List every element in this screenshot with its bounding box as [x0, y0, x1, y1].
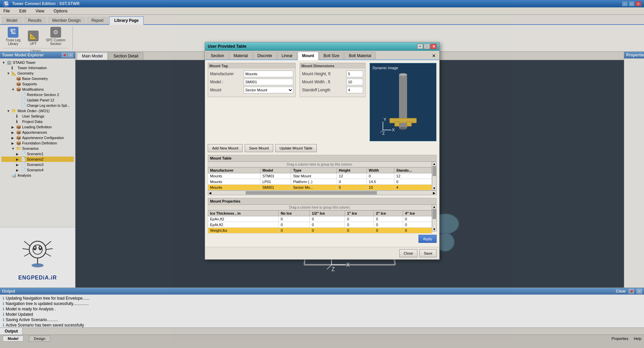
dimensions-title: Mount Dimensions: [300, 63, 365, 69]
tab-mount[interactable]: Mount: [298, 52, 318, 60]
cell-manufacturer: Mounts: [208, 179, 260, 185]
modal-minimize-button[interactable]: −: [417, 44, 423, 49]
cell-width: 0: [366, 173, 394, 179]
cell-two-ice: 0: [374, 228, 403, 233]
props-data-table: Ice Thickness , in No Ice 1/2" Ice 1" Ic…: [208, 210, 432, 233]
mount-tag-title: Mount Tag: [208, 63, 295, 69]
cell-height: 5: [337, 185, 366, 190]
tab-bolt-size[interactable]: Bolt Size: [319, 52, 344, 59]
top-row: Mount Tag Manufacturer Model : Mount: [208, 63, 437, 141]
mount-props-title: Mount Properties: [208, 198, 437, 205]
model-input[interactable]: [244, 79, 293, 85]
col-four-ice: 4" Ice: [403, 211, 432, 216]
hscroll-left-arrow[interactable]: ◀: [208, 191, 212, 195]
mount-type-select[interactable]: Sector Mount Star Mount Platform Mount: [244, 87, 293, 93]
modal-footer: Close Save: [205, 247, 439, 259]
cell-width: 14.5: [366, 179, 394, 185]
cell-four-ice: 0: [403, 222, 432, 228]
cell-no-ice: 0: [279, 216, 310, 222]
props-row-weight[interactable]: Weight,lbs 0 0 0 0 0: [208, 228, 432, 233]
mount-table-title: Mount Table: [208, 155, 437, 162]
cell-two-ice: 0: [374, 216, 403, 222]
tab-discrete[interactable]: Discrete: [253, 52, 277, 59]
svg-text:Y: Y: [384, 117, 386, 122]
modal-close-button[interactable]: ✕: [431, 44, 437, 49]
cell-one-ice: 0: [345, 222, 374, 228]
apply-button[interactable]: Apply: [418, 235, 437, 243]
props-row-epat[interactable]: EpAt,ft2 0 0 0 0 0: [208, 222, 432, 228]
cell-label: EpAn,ft2: [208, 216, 279, 222]
tab-material[interactable]: Material: [229, 52, 252, 59]
dynamic-image-title: Dynamic Image: [373, 66, 398, 70]
scroll-up-arrow[interactable]: ▲: [432, 162, 436, 166]
cell-half-ice: 0: [310, 228, 345, 233]
cell-model: LP01: [260, 179, 291, 185]
table-row[interactable]: Mounts STM01 Star Mount 12 0 12: [208, 173, 432, 179]
save-button[interactable]: Save: [419, 249, 437, 257]
scroll-thumb[interactable]: [433, 166, 437, 176]
props-row-epan[interactable]: EpAn,ft2 0 0 0 0 0: [208, 216, 432, 222]
update-mount-table-button[interactable]: Update Mount Table: [275, 144, 317, 152]
cell-half-ice: 0: [310, 222, 345, 228]
modal-title: User Provided Table: [208, 44, 246, 49]
cell-type: Platform (..): [291, 179, 337, 185]
mount-type-field: Mount Sector Mount Star Mount Platform M…: [210, 87, 293, 93]
close-button[interactable]: Close: [399, 249, 417, 257]
mount-3d-image: Y X Z: [376, 71, 430, 138]
props-scroll-down[interactable]: ▼: [432, 227, 436, 231]
mount-type-label: Mount: [210, 88, 244, 92]
tab-bolt-material[interactable]: Bolt Material: [344, 52, 376, 59]
mount-table-scrollbar[interactable]: ▲ ▼: [432, 162, 437, 190]
mount-props-wrapper: Drag a column here to group this column.…: [208, 205, 437, 233]
mount-table-hscrollbar[interactable]: ◀ ▶: [208, 190, 437, 195]
manufacturer-input[interactable]: [244, 71, 293, 77]
width-input[interactable]: [346, 79, 363, 85]
props-scrollbar[interactable]: ▲ ▼: [432, 205, 437, 231]
width-label: Mount Width , ft: [302, 80, 346, 84]
width-field: Mount Width , ft: [302, 79, 363, 85]
svg-rect-66: [395, 122, 399, 126]
col-half-ice: 1/2" Ice: [310, 211, 345, 216]
height-label: Mount Height, ft: [302, 72, 346, 76]
tab-linear[interactable]: Linear: [277, 52, 297, 59]
props-scroll-up[interactable]: ▲: [432, 205, 436, 209]
apply-row: Apply: [208, 233, 437, 244]
modal-restore-button[interactable]: □: [424, 44, 430, 49]
height-input[interactable]: [346, 71, 363, 77]
standoff-label: Standoff Length: [302, 88, 346, 92]
props-scroll-thumb[interactable]: [433, 209, 437, 219]
svg-point-63: [399, 73, 407, 76]
modal-tab-close-button[interactable]: ✕: [430, 52, 438, 59]
model-field: Model :: [210, 79, 293, 85]
mount-table-section: Mount Table Drag a column here to group …: [208, 155, 437, 195]
hscroll-thumb[interactable]: [246, 191, 377, 194]
standoff-input[interactable]: [346, 87, 363, 93]
tab-section[interactable]: Section: [206, 52, 229, 59]
scroll-down-arrow[interactable]: ▼: [432, 186, 436, 190]
cell-no-ice: 0: [279, 222, 310, 228]
mount-tag-section: Mount Tag Manufacturer Model : Mount: [208, 63, 296, 97]
cell-height: 12: [337, 173, 366, 179]
modal-content: Mount Tag Manufacturer Model : Mount: [205, 60, 439, 247]
svg-text:X: X: [392, 128, 395, 132]
hscroll-track: [213, 191, 432, 194]
save-mount-button[interactable]: Save Mount: [245, 144, 273, 152]
mount-dimensions: Mount Dimensions Mount Height, ft Mount …: [300, 63, 365, 97]
modal-overlay: User Provided Table − □ ✕ Section Materi…: [0, 0, 644, 348]
col-two-ice: 2" Ice: [374, 211, 403, 216]
table-row-selected[interactable]: Mounts SM001 Sector Mo... 5 10 4: [208, 185, 432, 190]
mount-props-scroll-area: Drag a column here to group this column.…: [208, 205, 432, 233]
props-group-row: Drag a column here to group this column.: [208, 205, 432, 210]
cell-height: 0: [337, 179, 366, 185]
hscroll-right-arrow[interactable]: ▶: [432, 191, 436, 195]
cell-four-ice: 0: [403, 228, 432, 233]
col-height: Height: [337, 168, 366, 173]
cell-label: EpAt,ft2: [208, 222, 279, 228]
cell-model: SM001: [260, 185, 291, 190]
add-new-mount-button[interactable]: Add New Mount: [208, 144, 243, 152]
manufacturer-label: Manufacturer: [210, 72, 244, 76]
cell-standoff: 4: [394, 185, 432, 190]
col-model: Model: [260, 168, 291, 173]
table-row[interactable]: Mounts LP01 Platform (..) 0 14.5 0: [208, 179, 432, 185]
cell-two-ice: 0: [374, 222, 403, 228]
